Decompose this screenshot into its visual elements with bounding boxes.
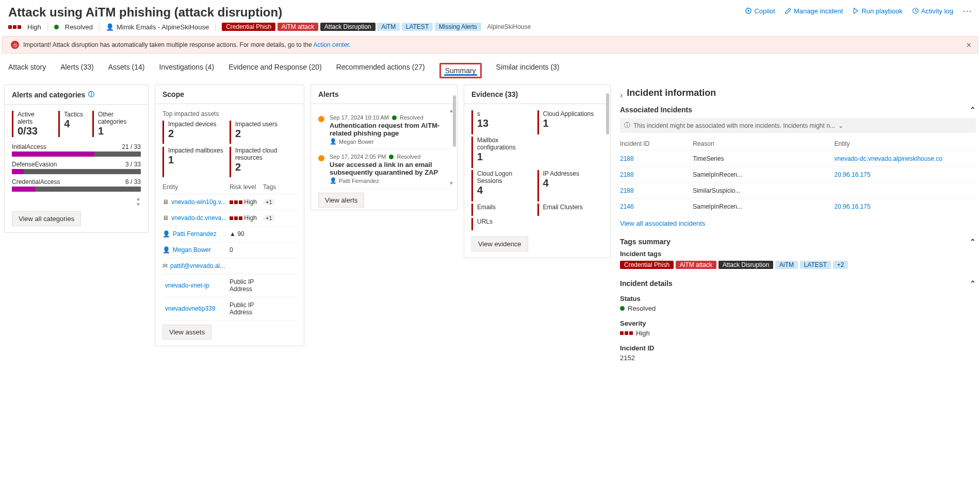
- more-menu[interactable]: ⋯: [962, 5, 972, 16]
- info-icon[interactable]: ⓘ: [88, 90, 94, 99]
- scope-metric: Impacted cloud resources2: [230, 147, 297, 177]
- card-title: Scope: [155, 85, 304, 104]
- view-all-associated-link[interactable]: View all associated incidents: [620, 220, 705, 227]
- scope-row[interactable]: 👤Patti Fernandez▲ 90: [162, 226, 297, 242]
- scope-row[interactable]: 👤Megan Bower0: [162, 242, 297, 258]
- manage-incident-button[interactable]: Manage incident: [785, 7, 843, 15]
- tab[interactable]: Recommended actions (27): [336, 63, 425, 78]
- severity-icon: [620, 331, 633, 335]
- pencil-icon: [785, 7, 792, 14]
- action-center-link[interactable]: Action center: [313, 41, 349, 48]
- scope-row[interactable]: 🖥vnevado-win10g.v... High+1: [162, 194, 297, 210]
- incident-tags-list: Credential Phish AiTM attack Attack Disr…: [620, 261, 976, 269]
- tab[interactable]: Alerts (33): [60, 63, 94, 78]
- tab[interactable]: Summary: [439, 63, 482, 78]
- history-icon: [912, 7, 919, 14]
- status-dot-icon: [620, 306, 625, 311]
- tag[interactable]: Credential Phish: [222, 23, 275, 31]
- evidence-metric: Cloud Applications1: [537, 110, 603, 134]
- copilot-button[interactable]: Copilot: [745, 7, 775, 15]
- view-assets-button[interactable]: View assets: [162, 325, 211, 340]
- tag[interactable]: Credential Phish: [620, 261, 674, 269]
- assoc-row[interactable]: 2188SameIpInRecen...20.96.16.175: [620, 166, 976, 182]
- tag[interactable]: Attack Disruption: [320, 23, 375, 31]
- associated-incidents-section: Associated Incidents⌃ ⓘThis incident mig…: [620, 106, 976, 227]
- evidence-metric: Cloud Logon Sessions4: [471, 170, 537, 201]
- evidence-card: Evidence (33) s13Cloud Applications1Mail…: [464, 85, 611, 258]
- scrollbar[interactable]: [453, 95, 456, 147]
- status-label: Status: [620, 295, 976, 302]
- assoc-row[interactable]: 2146SameIpInRecen...20.96.16.175: [620, 198, 976, 214]
- evidence-metric: s13: [471, 110, 537, 134]
- scope-row[interactable]: vnevado-vnet-ipPublic IP Address: [162, 274, 297, 297]
- tab[interactable]: Investigations (4): [159, 63, 215, 78]
- tag[interactable]: AiTM: [775, 261, 798, 269]
- alerts-list-card: Alerts ▲ Sep 17, 2024 10:10 AM ResolvedA…: [311, 85, 458, 210]
- assoc-row[interactable]: 2188TimeSeriesvnevado-dc.vnevado.alpines…: [620, 150, 976, 166]
- tactics-metric: Tactics4: [58, 111, 83, 137]
- header-actions: Copilot Manage incident Run playbook Act…: [745, 5, 972, 16]
- collapse-panel-button[interactable]: ›: [620, 91, 623, 100]
- tab[interactable]: Attack story: [8, 63, 46, 78]
- assoc-row[interactable]: 2188SimilarSuspicio...: [620, 182, 976, 198]
- view-alerts-button[interactable]: View alerts: [318, 193, 364, 208]
- evidence-metric: Mailbox configurations1: [471, 137, 537, 168]
- status-value: Resolved: [620, 305, 976, 312]
- tag[interactable]: Missing Alerts: [435, 23, 481, 31]
- incident-tabs: Attack storyAlerts (33)Assets (14)Invest…: [0, 54, 980, 78]
- assoc-info-banner: ⓘThis incident might be associated with …: [620, 118, 976, 133]
- scope-row[interactable]: vnevadovnetip339Public IP Address: [162, 297, 297, 321]
- category-row: CredentialAccess6 / 33: [12, 178, 141, 186]
- summary-content: Alerts and categories ⓘ Active alerts0/3…: [0, 78, 980, 378]
- section-toggle[interactable]: Associated Incidents⌃: [620, 106, 976, 114]
- evidence-metric: URLs: [471, 218, 537, 230]
- alert-severity-dot: [318, 155, 324, 161]
- tab[interactable]: Evidence and Response (20): [228, 63, 322, 78]
- category-row: DefenseEvasion3 / 33: [12, 161, 141, 168]
- alert-item[interactable]: Sep 17, 2024 10:10 AM ResolvedAuthentica…: [318, 110, 450, 149]
- tag[interactable]: AlpineSkiHouse: [483, 23, 535, 31]
- tab[interactable]: Assets (14): [108, 63, 145, 78]
- tag[interactable]: LATEST: [402, 23, 433, 31]
- severity-label: High: [27, 23, 41, 31]
- banner-text: Important! Attack disruption has automat…: [23, 41, 351, 48]
- tag[interactable]: +2: [833, 261, 848, 269]
- chevron-up-icon: ⌃: [970, 238, 976, 246]
- view-evidence-button[interactable]: View evidence: [471, 237, 528, 251]
- other-categories-metric: Other categories1: [92, 111, 141, 137]
- alerts-categories-card: Alerts and categories ⓘ Active alerts0/3…: [4, 85, 149, 233]
- scrollbar[interactable]: [606, 93, 609, 134]
- chevron-up-icon: ⌃: [970, 279, 976, 288]
- alert-item[interactable]: Sep 17, 2024 2:05 PM ResolvedUser access…: [318, 149, 450, 189]
- assoc-table-header: Incident ID Reason Entity: [620, 137, 976, 150]
- alert-severity-dot: [318, 116, 324, 122]
- tag[interactable]: AiTM: [377, 23, 400, 31]
- incident-id-label: Incident ID: [620, 344, 976, 352]
- info-icon: ⓘ: [624, 121, 630, 130]
- tags-summary-section: Tags summary⌃ Incident tags Credential P…: [620, 238, 976, 269]
- scope-metric: Impacted devices2: [162, 121, 230, 144]
- tag[interactable]: AiTM attack: [277, 23, 318, 31]
- close-banner-button[interactable]: ×: [967, 41, 971, 50]
- tag[interactable]: AiTM attack: [676, 261, 716, 269]
- category-bar: [12, 151, 141, 157]
- chevron-down-icon[interactable]: ⌄: [838, 122, 843, 129]
- scope-row[interactable]: ✉pattif@vnevado.al...: [162, 258, 297, 274]
- tab[interactable]: Similar incidents (3): [496, 63, 560, 78]
- view-all-categories-button[interactable]: View all categories: [12, 211, 81, 226]
- scope-card: Scope Top impacted assets Impacted devic…: [155, 85, 304, 346]
- tags-subtitle: Incident tags: [620, 250, 976, 258]
- incident-details-section: Incident details⌃ Status Resolved Severi…: [620, 279, 976, 362]
- run-playbook-button[interactable]: Run playbook: [852, 7, 903, 15]
- tag[interactable]: LATEST: [800, 261, 831, 269]
- scope-subtitle: Top impacted assets: [162, 110, 297, 117]
- severity-value: High: [620, 329, 976, 337]
- card-title: Alerts and categories ⓘ: [5, 85, 148, 105]
- scope-row[interactable]: 🖥vnevado-dc.vneva... High+1: [162, 210, 297, 226]
- card-title: Evidence (33): [464, 85, 610, 104]
- tag[interactable]: Attack Disruption: [718, 261, 774, 269]
- scope-table-header: Entity Risk level Tags: [162, 180, 297, 194]
- section-toggle[interactable]: Tags summary⌃: [620, 238, 976, 246]
- activity-log-button[interactable]: Activity log: [912, 7, 953, 15]
- section-toggle[interactable]: Incident details⌃: [620, 279, 976, 288]
